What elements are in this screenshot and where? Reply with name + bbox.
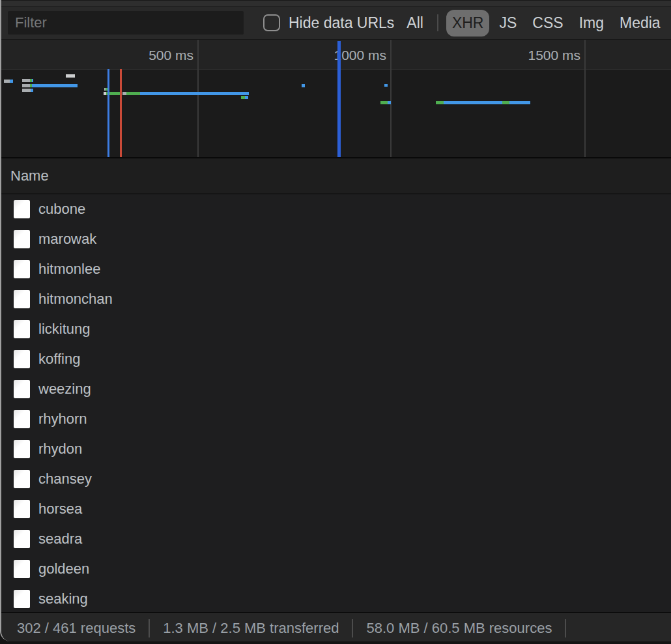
waterfall-bar <box>436 101 530 104</box>
table-row[interactable]: hitmonlee <box>1 254 671 284</box>
document-icon <box>14 560 30 578</box>
waterfall-overview[interactable]: 500 ms1000 ms1500 ms <box>1 40 671 158</box>
waterfall-bar <box>384 84 388 87</box>
marker-line <box>337 41 341 157</box>
table-row[interactable]: weezing <box>1 374 671 404</box>
document-icon <box>14 290 30 308</box>
request-name: koffing <box>38 351 80 368</box>
request-name: seaking <box>38 591 88 607</box>
waterfall-bar <box>241 96 248 99</box>
domcontentloaded-line <box>107 69 109 157</box>
waterfall-segment <box>22 89 31 92</box>
table-row[interactable]: hitmonchan <box>1 284 671 314</box>
timeline-tick-label: 1500 ms <box>528 48 580 63</box>
filter-tab-xhr[interactable]: XHR <box>446 10 490 37</box>
document-icon <box>14 260 30 278</box>
status-separator <box>565 619 566 637</box>
waterfall-segment <box>140 92 249 95</box>
table-row[interactable]: seadra <box>1 524 671 554</box>
waterfall-segment <box>10 80 13 83</box>
document-icon <box>14 410 30 428</box>
waterfall-segment <box>245 96 248 99</box>
document-icon <box>14 440 30 458</box>
status-separator <box>352 619 353 637</box>
request-name: goldeen <box>38 561 89 578</box>
waterfall-segment <box>380 101 388 104</box>
waterfall-bar <box>4 80 13 83</box>
table-row[interactable]: marowak <box>1 224 671 254</box>
table-row[interactable]: rhyhorn <box>1 404 671 434</box>
filter-tab-media[interactable]: Media <box>614 10 666 37</box>
filter-pills: AllXHRJSCSSImgMedia <box>399 10 668 37</box>
document-icon <box>14 500 30 518</box>
document-icon <box>14 530 30 548</box>
waterfall-segment <box>444 101 502 104</box>
timeline-tick-label: 1000 ms <box>334 48 386 63</box>
request-name: seadra <box>38 531 82 548</box>
waterfall-segment <box>22 84 30 87</box>
waterfall-segment <box>436 101 444 104</box>
request-name: rhyhorn <box>38 411 87 428</box>
waterfall-segment <box>32 79 33 82</box>
request-name: chansey <box>38 471 92 488</box>
table-row[interactable]: horsea <box>1 494 671 524</box>
waterfall-segment <box>4 80 10 83</box>
waterfall-bar <box>104 92 249 95</box>
waterfall-bar <box>22 89 33 92</box>
timeline-gridline <box>390 40 392 157</box>
transferred-size: 1.3 MB / 2.5 MB transferred <box>163 620 339 637</box>
table-row[interactable]: koffing <box>1 344 671 374</box>
waterfall-bar <box>22 79 33 82</box>
table-row[interactable]: rhydon <box>1 434 671 464</box>
table-row[interactable]: seaking <box>1 584 671 612</box>
waterfall-bar <box>66 74 75 78</box>
waterfall-bar <box>302 84 305 87</box>
waterfall-segment <box>31 89 33 92</box>
name-column-header[interactable]: Name <box>10 168 49 184</box>
filter-tab-img[interactable]: Img <box>573 10 610 37</box>
requests-count: 302 / 461 requests <box>17 620 136 637</box>
request-name: hitmonchan <box>38 291 113 308</box>
waterfall-segment <box>126 92 140 95</box>
table-row[interactable]: goldeen <box>1 554 671 584</box>
request-name: hitmonlee <box>38 261 100 278</box>
table-row[interactable]: lickitung <box>1 314 671 344</box>
table-row[interactable]: cubone <box>1 194 671 224</box>
waterfall-segment <box>384 84 388 87</box>
document-icon <box>14 200 30 218</box>
timeline-gridline <box>197 40 199 157</box>
table-row[interactable]: chansey <box>1 464 671 494</box>
table-header[interactable]: Name <box>1 158 671 194</box>
waterfall-segment <box>388 101 391 104</box>
document-icon <box>14 230 30 248</box>
timeline-gridline <box>584 40 586 157</box>
toolbar-separator <box>437 14 438 31</box>
request-name: marowak <box>38 231 96 248</box>
resources-size: 58.0 MB / 60.5 MB resources <box>366 620 552 637</box>
hide-data-urls-label[interactable]: Hide data URLs <box>289 14 394 32</box>
waterfall-segment <box>502 101 509 104</box>
request-name: rhydon <box>38 441 82 458</box>
filter-tab-js[interactable]: JS <box>493 10 522 37</box>
status-bar: 302 / 461 requests 1.3 MB / 2.5 MB trans… <box>1 612 671 641</box>
filter-tab-css[interactable]: CSS <box>526 10 569 37</box>
panel-top-strip <box>1 0 671 7</box>
waterfall-segment <box>302 84 305 87</box>
request-name: cubone <box>38 201 85 218</box>
waterfall-segment <box>66 74 75 78</box>
waterfall-segment <box>22 79 30 82</box>
status-separator <box>149 619 150 637</box>
filter-tab-all[interactable]: All <box>401 10 429 37</box>
waterfall-bar <box>22 84 78 87</box>
hide-data-urls-checkbox[interactable] <box>263 14 280 31</box>
waterfall-segment <box>32 84 78 87</box>
load-line <box>120 69 122 157</box>
timeline-tick-label: 500 ms <box>149 48 193 63</box>
network-panel: Hide data URLs AllXHRJSCSSImgMedia 500 m… <box>0 0 671 641</box>
filter-input[interactable] <box>8 11 244 35</box>
document-icon <box>14 350 30 368</box>
waterfall-bar <box>380 101 391 104</box>
waterfall-segment <box>509 101 530 104</box>
document-icon <box>14 470 30 488</box>
network-toolbar: Hide data URLs AllXHRJSCSSImgMedia <box>1 7 671 40</box>
